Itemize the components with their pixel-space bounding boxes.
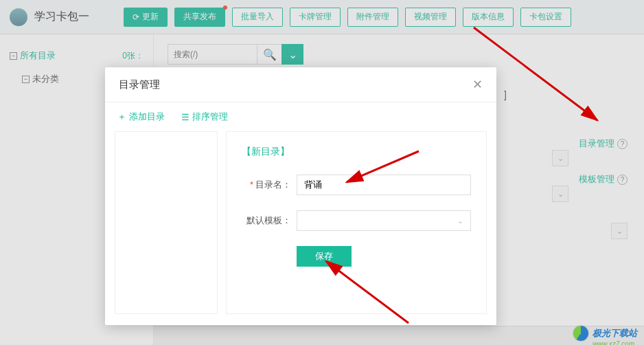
add-directory-button[interactable]: ＋添加目录 (117, 111, 165, 123)
modal-form: 【新目录】 *目录名： 默认模板： ⌄ 保存 (226, 131, 487, 314)
watermark: 极光下载站 (573, 326, 637, 341)
form-heading: 【新目录】 (242, 146, 471, 158)
save-button[interactable]: 保存 (297, 246, 352, 267)
dir-name-label: *目录名： (242, 179, 291, 191)
watermark-url: www.xz7.com (593, 340, 634, 345)
watermark-text: 极光下载站 (593, 327, 637, 340)
directory-manage-modal: 目录管理 ✕ ＋添加目录 ☰排序管理 【新目录】 *目录名： 默认模板： ⌄ 保… (105, 67, 496, 325)
modal-close-button[interactable]: ✕ (472, 77, 483, 92)
close-icon: ✕ (472, 78, 483, 91)
directory-name-input[interactable] (297, 175, 471, 195)
modal-title: 目录管理 (119, 78, 160, 91)
chevron-down-icon: ⌄ (457, 216, 463, 225)
default-template-label: 默认模板： (242, 214, 291, 227)
list-icon: ☰ (181, 112, 189, 122)
modal-directory-list (115, 131, 218, 314)
sort-manage-button[interactable]: ☰排序管理 (181, 111, 228, 123)
default-template-select[interactable]: ⌄ (297, 210, 471, 231)
plus-icon: ＋ (117, 111, 126, 123)
watermark-logo-icon (573, 326, 588, 341)
